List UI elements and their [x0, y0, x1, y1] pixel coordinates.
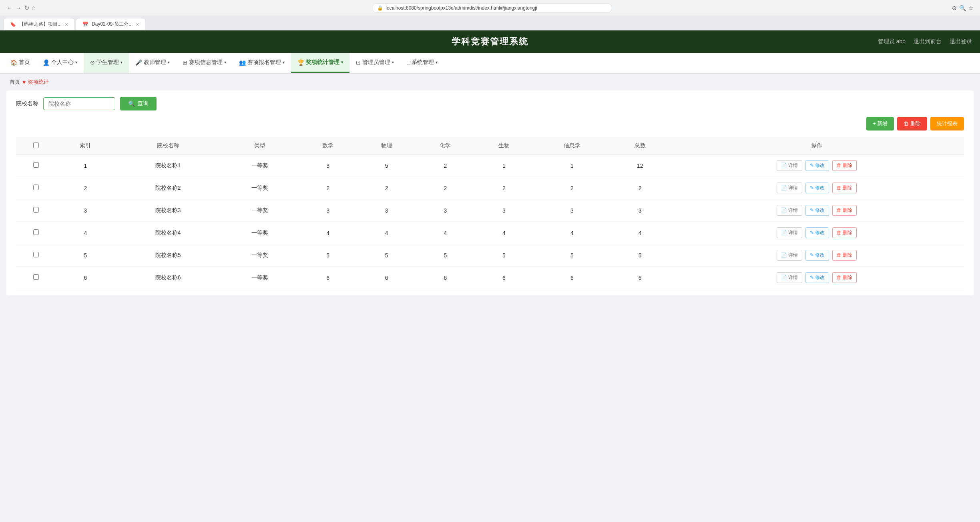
row-select-5[interactable] [33, 274, 39, 280]
tab-1-close[interactable]: × [65, 21, 68, 28]
student-arrow-icon: ▾ [120, 60, 122, 64]
forward-button[interactable]: → [15, 4, 22, 12]
table-header-row: 索引 院校名称 类型 数学 物理 化学 生物 信息学 总数 操作 [16, 137, 964, 155]
row-1-detail-button[interactable]: 📄 详情 [777, 183, 802, 193]
action-bar: + 新增 🗑 删除 统计报表 [16, 117, 964, 130]
row-0-type: 一等奖 [221, 155, 298, 177]
back-button[interactable]: ← [6, 4, 13, 12]
nav-admin-mgmt-label: 管理员管理 [362, 59, 390, 66]
reload-button[interactable]: ↻ [24, 4, 29, 12]
row-4-physics: 5 [357, 244, 416, 267]
nav-competition-reg-label: 赛项报名管理 [247, 59, 281, 66]
home-button[interactable]: ⌂ [32, 4, 36, 12]
row-4-detail-button[interactable]: 📄 详情 [777, 250, 802, 261]
nav-competition-info[interactable]: ⊞ 赛项信息管理 ▾ [176, 53, 233, 73]
competition-info-arrow-icon: ▾ [224, 60, 226, 64]
browser-tabs: 🔖 【码棒之路】项目... × 📅 Day02-09-员工分... × [0, 16, 980, 30]
row-0-checkbox [16, 155, 56, 177]
row-2-total: 3 [610, 199, 669, 222]
row-2-physics: 3 [357, 199, 416, 222]
app-title: 学科竞赛管理系统 [452, 36, 528, 48]
row-5-delete-button[interactable]: 🗑 删除 [832, 272, 857, 283]
nav-teacher-label: 教师管理 [144, 59, 166, 66]
tab-2[interactable]: 📅 Day02-09-员工分... × [76, 18, 146, 30]
address-bar[interactable]: 🔒 localhost:8080/springbootpx13e/admin/d… [372, 3, 612, 13]
row-4-total: 5 [610, 244, 669, 267]
nav-profile[interactable]: 👤 个人中心 ▾ [36, 53, 84, 73]
row-5-chemistry: 6 [416, 267, 475, 289]
logout-button[interactable]: 退出登录 [950, 38, 972, 45]
data-table: 索引 院校名称 类型 数学 物理 化学 生物 信息学 总数 操作 1 院校名称1… [16, 137, 964, 289]
row-5-edit-button[interactable]: ✎ 修改 [805, 272, 829, 283]
nav-competition-reg[interactable]: 👥 赛项报名管理 ▾ [233, 53, 291, 73]
col-type: 类型 [221, 137, 298, 155]
row-3-index: 4 [56, 222, 115, 244]
nav-competition-info-label: 赛项信息管理 [189, 59, 223, 66]
row-5-math: 6 [299, 267, 357, 289]
row-0-delete-button[interactable]: 🗑 删除 [832, 160, 857, 171]
search-button[interactable]: 🔍 查询 [120, 97, 157, 110]
row-1-delete-button[interactable]: 🗑 删除 [832, 183, 857, 193]
nav-admin-mgmt[interactable]: ⊡ 管理员管理 ▾ [349, 53, 400, 73]
row-3-delete-button[interactable]: 🗑 删除 [832, 227, 857, 238]
new-button[interactable]: + 新增 [866, 117, 894, 130]
row-0-edit-button[interactable]: ✎ 修改 [805, 160, 829, 171]
tab-1[interactable]: 🔖 【码棒之路】项目... × [3, 18, 75, 30]
breadcrumb-home[interactable]: 首页 [10, 78, 20, 86]
batch-delete-button[interactable]: 🗑 删除 [897, 117, 927, 130]
col-actions: 操作 [669, 137, 964, 155]
nav-student[interactable]: ⊙ 学生管理 ▾ [84, 53, 129, 73]
col-total: 总数 [610, 137, 669, 155]
row-5-physics: 6 [357, 267, 416, 289]
row-0-math: 3 [299, 155, 357, 177]
search-input[interactable] [43, 97, 115, 110]
tab-2-close[interactable]: × [136, 21, 139, 28]
logout-front-button[interactable]: 退出到前台 [914, 38, 942, 45]
row-2-info: 3 [533, 199, 610, 222]
table-row: 3 院校名称3 一等奖 3 3 3 3 3 3 📄 详情 ✎ 修改 🗑 删除 [16, 199, 964, 222]
row-2-biology: 3 [475, 199, 534, 222]
row-0-total: 12 [610, 155, 669, 177]
row-4-index: 5 [56, 244, 115, 267]
nav-home[interactable]: 🏠 首页 [4, 53, 36, 73]
tab-1-label: 【码棒之路】项目... [19, 21, 62, 28]
row-4-delete-button[interactable]: 🗑 删除 [832, 250, 857, 261]
ext-icon-3: ☆ [968, 5, 974, 11]
nav-home-label: 首页 [19, 59, 30, 66]
row-2-math: 3 [299, 199, 357, 222]
row-2-detail-button[interactable]: 📄 详情 [777, 205, 802, 216]
row-3-math: 4 [299, 222, 357, 244]
row-select-1[interactable] [33, 185, 39, 190]
table-row: 1 院校名称1 一等奖 3 5 2 1 1 12 📄 详情 ✎ 修改 🗑 删除 [16, 155, 964, 177]
search-button-label: 查询 [137, 100, 149, 107]
row-0-detail-button[interactable]: 📄 详情 [777, 160, 802, 171]
row-2-delete-button[interactable]: 🗑 删除 [832, 205, 857, 216]
nav-arrows[interactable]: ← → ↻ ⌂ [6, 4, 36, 12]
tab-2-label: Day02-09-员工分... [92, 21, 133, 28]
row-0-name: 院校名称1 [115, 155, 221, 177]
search-icon: 🔍 [128, 100, 135, 107]
tab-1-icon: 🔖 [10, 22, 16, 27]
nav-teacher[interactable]: 🎤 教师管理 ▾ [129, 53, 176, 73]
col-name: 院校名称 [115, 137, 221, 155]
row-3-detail-button[interactable]: 📄 详情 [777, 227, 802, 238]
row-select-3[interactable] [33, 229, 39, 235]
row-select-0[interactable] [33, 162, 39, 168]
row-select-2[interactable] [33, 207, 39, 213]
breadcrumb-separator: ♥ [22, 79, 26, 85]
admin-mgmt-icon: ⊡ [356, 59, 361, 66]
search-bar: 院校名称 🔍 查询 [16, 97, 964, 110]
stats-report-button[interactable]: 统计报表 [930, 117, 964, 130]
row-1-edit-button[interactable]: ✎ 修改 [805, 183, 829, 193]
row-select-4[interactable] [33, 252, 39, 257]
row-2-edit-button[interactable]: ✎ 修改 [805, 205, 829, 216]
award-stats-icon: 🏆 [297, 59, 304, 66]
row-3-edit-button[interactable]: ✎ 修改 [805, 227, 829, 238]
nav-sys-mgmt[interactable]: □ 系统管理 ▾ [400, 53, 444, 73]
row-5-detail-button[interactable]: 📄 详情 [777, 272, 802, 283]
nav-award-stats[interactable]: 🏆 奖项统计管理 ▾ [291, 53, 349, 73]
app-header: 学科竞赛管理系统 管理员 abo 退出到前台 退出登录 [0, 30, 980, 53]
row-1-info: 2 [533, 177, 610, 199]
select-all-checkbox[interactable] [33, 143, 39, 148]
row-4-edit-button[interactable]: ✎ 修改 [805, 250, 829, 261]
